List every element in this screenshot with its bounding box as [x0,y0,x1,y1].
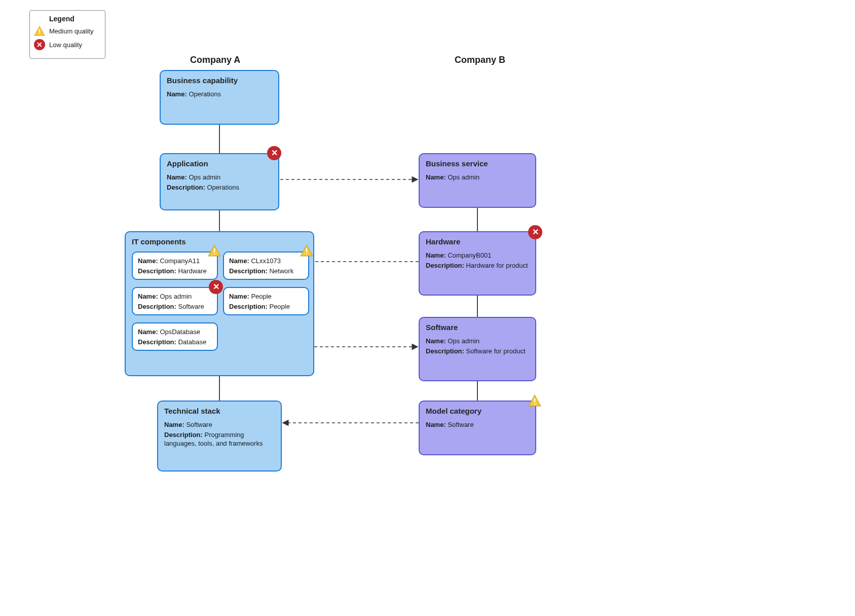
legend-low-label: Low quality [49,41,82,49]
node-title: Technical stack [164,407,275,415]
node-title: Model category [426,407,529,415]
name-label: Name: [138,328,158,336]
node-title: Business capability [167,76,272,85]
svg-rect-14 [214,248,215,252]
legend-medium-label: Medium quality [49,27,93,35]
name-value: Software [448,421,473,428]
name-value: CompanyA11 [160,257,200,265]
name-label: Name: [426,337,446,345]
node-title: Hardware [426,237,529,246]
svg-rect-2 [39,33,40,34]
name-value: Software [186,421,212,428]
warning-triangle-icon [528,394,541,407]
legend-title: Legend [49,15,101,23]
desc-value: Operations [207,184,239,191]
node-hardware: Hardware Name: CompanyB001 Description: … [419,231,536,296]
desc-label: Description: [229,267,268,275]
name-value: OpsDatabase [160,328,200,336]
column-heading-a: Company A [190,55,240,65]
name-label: Name: [138,293,158,300]
name-value: Operations [189,90,221,98]
name-value: CLxx1073 [251,257,281,265]
error-x-icon: ✕ [528,225,542,239]
name-label: Name: [229,293,249,300]
it-component-software: Name: Ops admin Description: Software [132,287,218,315]
name-value: Ops admin [160,293,192,300]
name-label: Name: [426,421,446,428]
low-quality-badge: ✕ [528,225,542,239]
svg-rect-15 [214,253,215,254]
name-value: Ops admin [448,337,479,345]
name-value: Ops admin [448,173,479,181]
desc-label: Description: [138,267,176,275]
desc-label: Description: [138,303,176,310]
legend-row-low: ✕ Low quality [34,39,101,50]
node-software: Software Name: Ops admin Description: So… [419,317,536,381]
desc-label: Description: [426,347,464,355]
name-value: People [251,293,271,300]
medium-quality-badge [528,394,541,408]
desc-value: Network [269,267,293,275]
it-component-hardware: Name: CompanyA11 Description: Hardware [132,251,218,280]
desc-value: Software for product [466,347,525,355]
desc-label: Description: [138,338,176,346]
desc-label: Description: [229,303,268,310]
node-title: Application [167,159,272,168]
column-heading-b: Company B [455,55,505,65]
desc-label: Description: [164,431,203,439]
desc-label: Description: [426,262,464,269]
legend-box: Legend Medium quality ✕ Low quality [29,10,105,59]
error-x-icon: ✕ [209,280,223,294]
name-label: Name: [426,173,446,181]
desc-value: Hardware [178,267,206,275]
svg-rect-1 [39,29,40,32]
warning-triangle-icon [208,244,221,257]
svg-rect-17 [306,248,307,252]
desc-value: Software [178,303,204,310]
it-component-database: Name: OpsDatabase Description: Database [132,322,218,351]
svg-rect-18 [306,253,307,254]
legend-row-medium: Medium quality [34,26,101,36]
desc-value: People [269,303,289,310]
name-label: Name: [229,257,249,265]
it-component-people: Name: People Description: People [223,287,309,315]
node-business-service: Business service Name: Ops admin [419,153,536,208]
name-label: Name: [164,421,184,428]
name-label: Name: [167,173,187,181]
desc-value: Database [178,338,206,346]
error-x-icon: ✕ [267,146,281,160]
low-quality-badge: ✕ [209,280,223,294]
node-technical-stack: Technical stack Name: Software Descripti… [157,401,282,472]
warning-triangle-icon [34,26,45,36]
name-value: CompanyB001 [448,251,491,259]
name-label: Name: [426,251,446,259]
desc-value: Hardware for product [466,262,528,269]
desc-label: Description: [167,184,205,191]
node-title: Software [426,323,529,332]
name-label: Name: [138,257,158,265]
medium-quality-badge [300,244,313,258]
low-quality-badge: ✕ [267,146,281,160]
medium-quality-badge [208,244,221,258]
error-x-icon: ✕ [34,39,45,50]
diagram-canvas: Legend Medium quality ✕ Low quality Comp… [0,0,855,616]
node-title: Business service [426,159,529,168]
name-value: Ops admin [189,173,220,181]
node-business-capability: Business capability Name: Operations [160,70,279,125]
svg-rect-21 [534,403,535,404]
node-application: Application Name: Ops admin Description:… [160,153,279,210]
svg-rect-20 [534,398,535,403]
name-label: Name: [167,90,187,98]
it-component-network: Name: CLxx1073 Description: Network [223,251,309,280]
node-model-category: Model category Name: Software [419,401,536,455]
warning-triangle-icon [300,244,313,257]
